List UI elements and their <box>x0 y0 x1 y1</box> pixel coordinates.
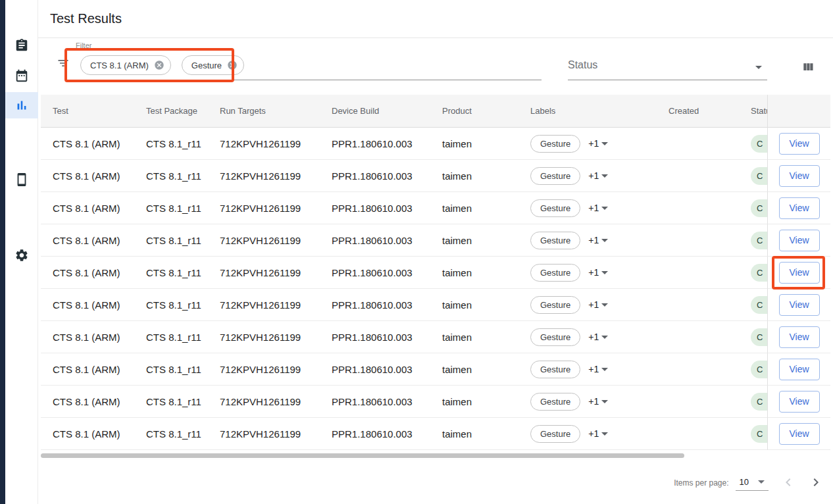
table-row: CTS 8.1 (ARM) CTS 8.1_r11 712KPVH1261199… <box>41 353 767 386</box>
filter-chips: CTS 8.1 (ARM) Gesture <box>80 55 244 75</box>
status-select-placeholder: Status <box>568 59 597 71</box>
label-chip: Gesture <box>530 296 580 314</box>
horizontal-scrollbar-thumb[interactable] <box>41 453 684 458</box>
cell-run-targets: 712KPVH1261199 <box>220 428 332 440</box>
filter-chip: Gesture <box>182 55 244 75</box>
filter-toolbar: Filter CTS 8.1 (ARM) Gesture Status <box>38 38 833 95</box>
labels-more-count: +1 <box>588 364 599 374</box>
status-select[interactable]: Status <box>568 38 767 80</box>
labels-more-trigger[interactable]: +1 <box>588 267 608 278</box>
cell-device-build: PPR1.180610.003 <box>332 332 442 343</box>
cell-product: taimen <box>442 267 530 278</box>
column-header-test: Test <box>53 106 146 116</box>
cell-test: CTS 8.1 (ARM) <box>53 428 146 440</box>
view-button-cell: View <box>767 224 830 257</box>
table-row: CTS 8.1 (ARM) CTS 8.1_r11 712KPVH1261199… <box>41 160 767 192</box>
table-row: CTS 8.1 (ARM) CTS 8.1_r11 712KPVH1261199… <box>41 224 767 257</box>
cell-test-package: CTS 8.1_r11 <box>146 203 220 214</box>
labels-more-count: +1 <box>588 235 599 245</box>
cell-status: C <box>751 232 767 249</box>
chip-remove-icon[interactable] <box>227 60 238 70</box>
table-main: Test Test Package Run Targets Device Bui… <box>41 95 767 450</box>
cell-labels: Gesture +1 <box>530 425 655 443</box>
status-badge: C <box>751 199 767 217</box>
labels-more-trigger[interactable]: +1 <box>588 203 608 213</box>
labels-more-count: +1 <box>588 396 599 407</box>
cell-test-package: CTS 8.1_r11 <box>146 235 220 246</box>
filter-chip: CTS 8.1 (ARM) <box>80 55 171 75</box>
labels-more-trigger[interactable]: +1 <box>588 138 608 149</box>
chevron-down-icon <box>601 336 608 339</box>
cell-device-build: PPR1.180610.003 <box>332 170 442 182</box>
view-button[interactable]: View <box>779 391 820 413</box>
view-button[interactable]: View <box>779 230 820 251</box>
labels-more-count: +1 <box>588 170 599 181</box>
cell-status: C <box>751 135 767 153</box>
cell-run-targets: 712KPVH1261199 <box>220 364 332 375</box>
sidebar-item-devices[interactable] <box>5 166 38 193</box>
chevron-down-icon <box>601 207 608 210</box>
view-button-cell: View <box>767 418 830 450</box>
labels-more-count: +1 <box>588 203 599 213</box>
cell-run-targets: 712KPVH1261199 <box>220 267 332 278</box>
view-columns-icon <box>801 61 815 74</box>
view-button[interactable]: View <box>779 359 820 380</box>
sidebar-item-test-plans[interactable] <box>5 32 38 59</box>
view-button[interactable]: View <box>779 326 820 348</box>
status-underline <box>568 80 767 80</box>
labels-more-trigger[interactable]: +1 <box>588 396 608 407</box>
cell-product: taimen <box>442 235 530 246</box>
column-header-run-targets: Run Targets <box>220 106 332 116</box>
cell-test-package: CTS 8.1_r11 <box>146 299 220 311</box>
gear-icon <box>14 248 29 263</box>
view-button-cell: View <box>767 160 830 192</box>
status-badge: C <box>751 167 767 185</box>
view-button[interactable]: View <box>779 262 820 284</box>
cell-status: C <box>751 296 767 314</box>
labels-more-trigger[interactable]: +1 <box>588 170 608 181</box>
cell-run-targets: 712KPVH1261199 <box>220 332 332 343</box>
cell-test: CTS 8.1 (ARM) <box>53 203 146 214</box>
view-button[interactable]: View <box>779 197 820 219</box>
view-button[interactable]: View <box>779 133 820 155</box>
previous-page-button[interactable] <box>780 474 796 492</box>
chevron-down-icon <box>601 400 608 403</box>
cell-product: taimen <box>442 170 530 182</box>
main-content: Test Results Filter CTS 8.1 (ARM) Gestur… <box>38 0 833 504</box>
view-button[interactable]: View <box>779 294 820 316</box>
items-per-page-select[interactable]: 10 <box>736 476 769 491</box>
chevron-down-icon <box>601 239 608 242</box>
cell-run-targets: 712KPVH1261199 <box>220 396 332 407</box>
cell-test-package: CTS 8.1_r11 <box>146 396 220 407</box>
labels-more-trigger[interactable]: +1 <box>588 364 608 374</box>
labels-more-count: +1 <box>588 138 599 149</box>
view-button[interactable]: View <box>779 165 820 187</box>
view-button-cell: View <box>767 192 830 224</box>
paginator: Items per page: 10 <box>674 468 824 497</box>
cell-labels: Gesture +1 <box>530 264 655 282</box>
view-button-cell: View <box>767 386 830 418</box>
label-chip: Gesture <box>530 232 580 249</box>
sidebar-item-schedule[interactable] <box>5 63 38 89</box>
filter-chip-label: CTS 8.1 (ARM) <box>90 61 149 70</box>
cell-product: taimen <box>442 428 530 440</box>
cell-labels: Gesture +1 <box>530 135 655 153</box>
view-button[interactable]: View <box>779 423 820 445</box>
cell-device-build: PPR1.180610.003 <box>332 428 442 440</box>
chevron-down-icon <box>601 174 608 178</box>
labels-more-trigger[interactable]: +1 <box>588 299 608 310</box>
cell-product: taimen <box>442 332 530 343</box>
next-page-button[interactable] <box>808 474 824 492</box>
cell-product: taimen <box>442 299 530 311</box>
labels-more-trigger[interactable]: +1 <box>588 428 608 439</box>
cell-product: taimen <box>442 364 530 375</box>
status-badge: C <box>751 361 767 378</box>
column-settings-button[interactable] <box>800 60 816 76</box>
sidebar-item-test-results[interactable] <box>5 92 38 118</box>
labels-more-trigger[interactable]: +1 <box>588 235 608 245</box>
chip-remove-icon[interactable] <box>154 60 164 70</box>
cell-labels: Gesture +1 <box>530 393 655 411</box>
sidebar-item-settings[interactable] <box>5 242 38 268</box>
cell-status: C <box>751 167 767 185</box>
labels-more-trigger[interactable]: +1 <box>588 332 608 342</box>
